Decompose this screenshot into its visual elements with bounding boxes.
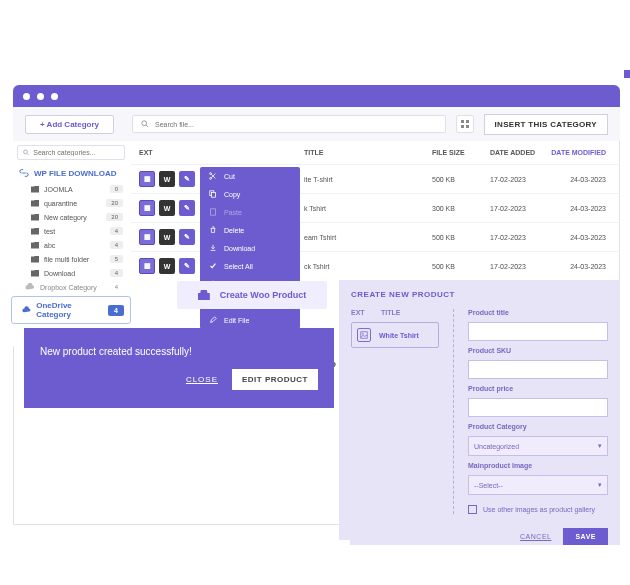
cell-added: 17-02-2023 bbox=[490, 263, 548, 270]
dropbox-item[interactable]: Dropbox Category4 bbox=[13, 280, 129, 294]
ctx-label: Select All bbox=[224, 263, 253, 270]
count-badge: 4 bbox=[110, 241, 123, 249]
label-image: Mainproduct Image bbox=[468, 462, 608, 469]
search-icon bbox=[23, 149, 29, 156]
ext-icon: W bbox=[159, 171, 175, 187]
copy-icon bbox=[209, 190, 217, 198]
svg-point-0 bbox=[142, 121, 147, 126]
traffic-light-dot[interactable] bbox=[23, 93, 30, 100]
ctx-label: Paste bbox=[224, 209, 242, 216]
ctx-label: Copy bbox=[224, 191, 240, 198]
toast-close-button[interactable]: CLOSE bbox=[186, 375, 218, 384]
label-price: Product price bbox=[468, 385, 608, 392]
ctx-copy[interactable]: Copy bbox=[200, 185, 300, 203]
category-label: JOOMLA bbox=[44, 186, 73, 193]
count-badge: 20 bbox=[106, 213, 123, 221]
cell-added: 17-02-2023 bbox=[490, 234, 548, 241]
checkbox-label: Use other images as product gallery bbox=[483, 506, 595, 513]
category-label: test bbox=[44, 228, 55, 235]
product-sku-input[interactable] bbox=[468, 360, 608, 379]
ctx-delete[interactable]: Delete bbox=[200, 221, 300, 239]
ctx-download[interactable]: Download bbox=[200, 239, 300, 257]
search-file-field[interactable] bbox=[132, 115, 446, 133]
traffic-light-dot[interactable] bbox=[51, 93, 58, 100]
product-price-input[interactable] bbox=[468, 398, 608, 417]
cloud-label: OneDrive Category bbox=[36, 301, 103, 319]
folder-icon bbox=[31, 242, 39, 249]
label-sku: Product SKU bbox=[468, 347, 608, 354]
svg-rect-12 bbox=[211, 209, 216, 215]
count-badge: 20 bbox=[106, 199, 123, 207]
category-item[interactable]: JOOMLA0 bbox=[13, 182, 129, 196]
ext-icon: ▦ bbox=[139, 258, 155, 274]
cancel-button[interactable]: CANCEL bbox=[520, 533, 551, 540]
ext-icon: W bbox=[159, 229, 175, 245]
count-badge: 4 bbox=[108, 305, 124, 316]
toast-message: New product created successfully! bbox=[40, 346, 318, 357]
bag-icon bbox=[198, 290, 210, 300]
ctx-label: Download bbox=[224, 245, 255, 252]
col-size: FILE SIZE bbox=[432, 149, 490, 156]
add-category-button[interactable]: + Add Category bbox=[25, 115, 114, 134]
search-categories-input[interactable] bbox=[33, 149, 119, 156]
selected-file[interactable]: White Tshirt bbox=[351, 322, 439, 348]
create-woo-product-button[interactable]: Create Woo Product bbox=[177, 281, 327, 309]
category-label: file multi folder bbox=[44, 256, 89, 263]
cloud-icon bbox=[25, 283, 35, 291]
save-button[interactable]: SAVE bbox=[563, 528, 608, 545]
ctx-select-all[interactable]: Select All bbox=[200, 257, 300, 275]
onedrive-item[interactable]: OneDrive Category4 bbox=[11, 296, 131, 324]
traffic-light-dot[interactable] bbox=[37, 93, 44, 100]
category-item[interactable]: test4 bbox=[13, 224, 129, 238]
svg-point-6 bbox=[24, 150, 28, 154]
category-label: abc bbox=[44, 242, 55, 249]
category-item[interactable]: file multi folder5 bbox=[13, 252, 129, 266]
main-image-select[interactable]: --Select--▾ bbox=[468, 475, 608, 495]
cell-added: 17-02-2023 bbox=[490, 205, 548, 212]
svg-rect-5 bbox=[466, 125, 469, 128]
category-item[interactable]: abc4 bbox=[13, 238, 129, 252]
file-name: White Tshirt bbox=[379, 332, 419, 339]
decorative-corner bbox=[624, 70, 630, 78]
count-badge: 0 bbox=[110, 185, 123, 193]
trash-icon bbox=[209, 226, 217, 234]
cell-title: ite T-shirt bbox=[304, 176, 432, 183]
link-icon bbox=[19, 168, 29, 178]
ctx-cut[interactable]: Cut bbox=[200, 167, 300, 185]
product-category-select[interactable]: Uncategorized▾ bbox=[468, 436, 608, 456]
category-label: Download bbox=[44, 270, 75, 277]
ctx-label: Cut bbox=[224, 173, 235, 180]
search-categories-field[interactable] bbox=[17, 145, 125, 160]
pencil-icon bbox=[209, 316, 217, 324]
category-item[interactable]: New category20 bbox=[13, 210, 129, 224]
cloud-label: Dropbox Category bbox=[40, 284, 97, 291]
divider bbox=[453, 309, 454, 514]
ctx-edit-file[interactable]: Edit File bbox=[200, 311, 300, 329]
chevron-down-icon: ▾ bbox=[598, 442, 602, 450]
category-item[interactable]: Download4 bbox=[13, 266, 129, 280]
create-woo-label: Create Woo Product bbox=[220, 290, 306, 300]
insert-category-button[interactable]: INSERT THIS CATEGORY bbox=[484, 114, 608, 135]
count-badge: 5 bbox=[110, 255, 123, 263]
folder-icon bbox=[31, 256, 39, 263]
category-item[interactable]: quarantine20 bbox=[13, 196, 129, 210]
count-badge: 4 bbox=[110, 227, 123, 235]
select-value: --Select-- bbox=[474, 482, 503, 489]
folder-icon bbox=[31, 228, 39, 235]
grid-view-button[interactable] bbox=[456, 115, 474, 133]
category-label: New category bbox=[44, 214, 87, 221]
product-title-input[interactable] bbox=[468, 322, 608, 341]
label-category: Product Category bbox=[468, 423, 608, 430]
folder-icon bbox=[31, 200, 39, 207]
search-file-input[interactable] bbox=[155, 121, 437, 128]
create-product-panel: CREATE NEW PRODUCT EXTTITLE White Tshirt… bbox=[339, 280, 620, 540]
edit-product-button[interactable]: EDIT PRODUCT bbox=[232, 369, 318, 390]
ext-icon: ▦ bbox=[139, 171, 155, 187]
col-ext: EXT bbox=[139, 149, 304, 156]
folder-icon bbox=[31, 270, 39, 277]
chevron-down-icon: ▾ bbox=[598, 481, 602, 489]
checkbox[interactable] bbox=[468, 505, 477, 514]
ext-icon: ✎ bbox=[179, 200, 195, 216]
gallery-checkbox-row[interactable]: Use other images as product gallery bbox=[468, 505, 608, 514]
ext-icon: W bbox=[159, 258, 175, 274]
